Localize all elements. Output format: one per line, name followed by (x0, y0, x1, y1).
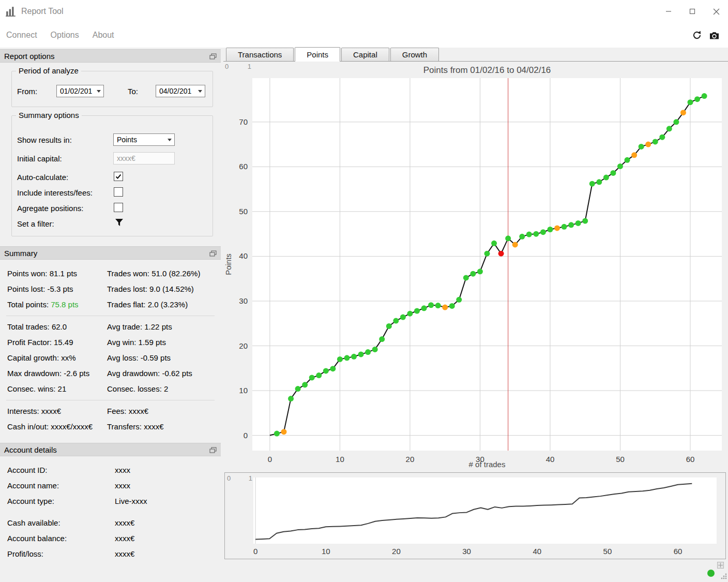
account-row: Account ID: xxxx (0, 462, 221, 478)
svg-text:40: 40 (546, 455, 555, 464)
svg-text:20: 20 (239, 341, 248, 350)
tab-growth[interactable]: Growth (390, 48, 439, 61)
initial-capital-field[interactable] (113, 152, 175, 165)
total-points: Total points: 75.8 pts (7, 297, 79, 312)
chevron-down-icon (168, 139, 172, 141)
filter-icon[interactable] (115, 219, 124, 227)
app-logo-icon (5, 6, 17, 17)
svg-text:0: 0 (268, 455, 272, 464)
to-label: To: (128, 87, 138, 96)
menubar: Connect Options About (0, 23, 728, 48)
tab-transactions[interactable]: Transactions (226, 48, 294, 61)
summary-row: Cash in/out: xxxx€/xxxx€ Transfers: xxxx… (0, 419, 221, 435)
total-points-value: 75.8 pts (51, 300, 78, 309)
points-chart[interactable]: 0102030405060010203040506070Points from … (223, 62, 728, 471)
avg-trade: Avg trade: 1.22 pts (107, 319, 172, 335)
trades-won: Trades won: 51.0 (82.26%) (107, 266, 200, 281)
refresh-icon[interactable] (692, 30, 702, 40)
float-panel-icon[interactable] (209, 447, 217, 453)
float-panel-icon[interactable] (209, 53, 217, 59)
show-results-combobox[interactable]: Points (113, 133, 175, 146)
max-drawdown: Max drawdown: -2.6 pts (7, 366, 89, 381)
summary-row: Points lost: -5.3 pts Trades lost: 9.0 (… (0, 281, 221, 297)
set-filter-label: Set a filter: (17, 219, 54, 228)
interests: Interests: xxxx€ (7, 404, 61, 419)
summary-options-group: Summary options Show results in: Points … (11, 115, 213, 236)
menu-connect[interactable]: Connect (6, 31, 37, 40)
svg-text:20: 20 (406, 455, 415, 464)
consec-losses: Consec. losses: 2 (107, 381, 168, 397)
to-date-combobox[interactable]: 04/02/201 (156, 85, 205, 97)
overview-chart[interactable]: 010203040506001 (224, 472, 726, 559)
auto-calculate-label: Auto-calculate: (17, 173, 68, 182)
account-details-section: Account details Account ID: xxxx Account… (0, 443, 221, 562)
points-chart-canvas[interactable]: 0102030405060010203040506070Points from … (223, 62, 728, 471)
svg-text:20: 20 (392, 547, 401, 556)
svg-text:30: 30 (462, 547, 471, 556)
svg-text:Points: Points (224, 253, 233, 275)
left-panel: Report options Period of analyze From: 0… (0, 49, 221, 569)
minimize-icon (665, 8, 672, 14)
float-panel-icon[interactable] (209, 250, 217, 257)
svg-text:# of trades: # of trades (469, 460, 506, 469)
profit-factor: Profit Factor: 15.49 (7, 335, 73, 350)
summary-row: Total points: 75.8 pts Trades flat: 2.0 … (0, 297, 221, 312)
svg-text:10: 10 (239, 386, 248, 395)
camera-icon[interactable] (709, 31, 720, 40)
summary-section: Summary Points won: 81.1 pts Trades won:… (0, 246, 221, 435)
svg-text:0: 0 (244, 431, 248, 440)
points-lost: Points lost: -5.3 pts (7, 281, 73, 297)
fees: Fees: xxxx€ (107, 404, 148, 419)
connection-status-dot (707, 570, 715, 577)
account-details-title: Account details (4, 445, 57, 454)
close-button[interactable] (704, 0, 728, 23)
summary-row: Profit Factor: 15.49 Avg win: 1.59 pts (0, 335, 221, 350)
summary-row: Consec. wins: 21 Consec. losses: 2 (0, 381, 221, 397)
tab-capital[interactable]: Capital (341, 48, 389, 61)
account-row: Account type: Live-xxxx (0, 494, 221, 509)
menu-about[interactable]: About (93, 31, 114, 40)
agregate-positions-label: Agregate positions: (17, 204, 83, 213)
trades-lost: Trades lost: 9.0 (14.52%) (107, 281, 194, 297)
avg-drawdown: Avg drawdown: -0.62 pts (107, 366, 192, 381)
svg-text:50: 50 (239, 207, 248, 216)
svg-text:30: 30 (239, 296, 248, 305)
maximize-button[interactable] (680, 0, 704, 23)
svg-text:60: 60 (686, 455, 695, 464)
account-row: Account name: xxxx (0, 478, 221, 494)
avg-win: Avg win: 1.59 pts (107, 335, 166, 350)
window-controls (657, 0, 728, 23)
initial-capital-label: Initial capital: (17, 154, 62, 163)
agregate-positions-checkbox[interactable] (114, 203, 123, 212)
svg-text:0: 0 (225, 63, 229, 70)
summary-row: Interests: xxxx€ Fees: xxxx€ (0, 404, 221, 419)
cash-in-out: Cash in/out: xxxx€/xxxx€ (7, 419, 93, 435)
include-fees-checkbox[interactable] (114, 187, 123, 197)
avg-loss: Avg loss: -0.59 pts (107, 350, 171, 366)
account-row: Profit/loss: xxxx€ (0, 546, 221, 562)
right-panel: Transactions Points Capital Growth 01020… (223, 48, 728, 582)
summary-header: Summary (0, 246, 221, 260)
divider (6, 316, 215, 316)
svg-text:50: 50 (616, 455, 625, 464)
show-results-label: Show results in: (17, 136, 72, 144)
total-trades: Total trades: 62.0 (7, 319, 67, 335)
resize-grip[interactable] (720, 573, 727, 581)
points-won: Points won: 81.1 pts (7, 266, 77, 281)
menu-options[interactable]: Options (51, 31, 79, 40)
auto-calculate-checkbox[interactable] (114, 172, 123, 181)
svg-text:10: 10 (336, 455, 344, 464)
plot-options-icon[interactable] (717, 562, 724, 569)
svg-text:1: 1 (249, 474, 252, 482)
titlebar[interactable]: Report Tool (0, 0, 728, 23)
svg-text:40: 40 (533, 547, 541, 556)
summary-row: Total trades: 62.0 Avg trade: 1.22 pts (0, 319, 221, 335)
minimize-button[interactable] (657, 0, 680, 23)
tab-points[interactable]: Points (295, 47, 340, 62)
from-date-combobox[interactable]: 01/02/201 (56, 85, 104, 97)
overview-chart-canvas[interactable]: 010203040506001 (225, 473, 725, 558)
svg-text:1: 1 (248, 63, 251, 70)
report-options-header: Report options (0, 49, 221, 63)
svg-text:10: 10 (322, 547, 330, 556)
chevron-down-icon (97, 90, 101, 93)
